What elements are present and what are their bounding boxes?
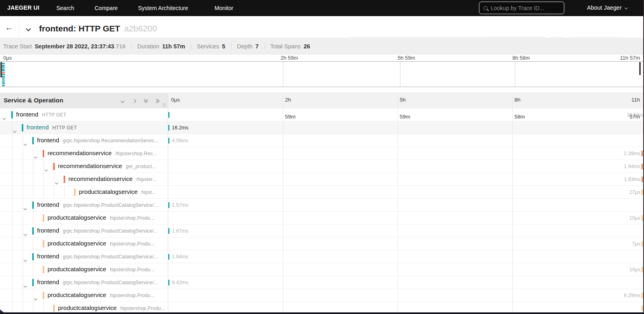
- span-name-column: recommendationservice/hipstershop.Rec...: [0, 147, 168, 160]
- span-bar[interactable]: [168, 228, 169, 234]
- span-row[interactable]: frontendgrpc.hipstershop.ProductCatalogS…: [0, 250, 644, 263]
- span-bar[interactable]: [642, 189, 643, 195]
- service-name: frontendgrpc.hipstershop.ProductCatalogS…: [37, 279, 158, 285]
- trace-id-lookup-input[interactable]: [491, 5, 555, 11]
- trace-title: frontend: HTTP GET: [39, 24, 120, 33]
- tree-guide: [23, 289, 23, 302]
- span-duration: 1.57ms: [172, 202, 188, 208]
- service-name: productcatalogservicehipstershop.Produ..…: [47, 214, 155, 221]
- minimap-span-mark: [2, 76, 5, 77]
- about-jaeger-menu[interactable]: About Jaeger: [587, 4, 627, 11]
- span-bar[interactable]: [642, 306, 643, 311]
- back-button[interactable]: ←: [0, 16, 19, 38]
- trace-id-lookup[interactable]: [479, 2, 564, 14]
- span-collapse-toggle[interactable]: [24, 204, 27, 211]
- span-row[interactable]: productcatalogservicehipst...27μs: [0, 186, 644, 199]
- span-row[interactable]: frontendgrpc.hipstershop.ProductCatalogS…: [0, 225, 644, 237]
- span-collapse-toggle[interactable]: [24, 139, 27, 146]
- span-collapse-toggle[interactable]: [14, 126, 16, 133]
- tree-guide: [33, 263, 33, 276]
- tree-guide: [43, 173, 44, 185]
- meta-value-suffix: .716: [114, 43, 126, 50]
- operation-name: get_product...: [126, 164, 156, 169]
- minimap-tick-label: 11h 57m: [620, 55, 640, 61]
- nav-item-monitor[interactable]: Monitor: [215, 5, 233, 11]
- span-row[interactable]: recommendationservice/hipstershop.Rec...…: [0, 147, 644, 160]
- span-collapse-toggle[interactable]: [24, 255, 27, 262]
- span-row[interactable]: recommendationserviceget_product...1.94m…: [0, 160, 644, 173]
- span-collapse-toggle[interactable]: [45, 165, 47, 172]
- span-bar[interactable]: [642, 267, 643, 272]
- chevron-down-icon: [24, 258, 27, 261]
- span-bar[interactable]: [168, 112, 169, 118]
- tree-guide: [33, 147, 33, 160]
- expand-one-button[interactable]: [132, 98, 136, 104]
- span-collapse-toggle[interactable]: [35, 152, 37, 159]
- span-bar[interactable]: [168, 125, 169, 131]
- span-collapse-toggle[interactable]: [56, 178, 58, 185]
- span-row[interactable]: frontendgrpc.hipstershop.ProductCatalogS…: [0, 199, 644, 212]
- span-color-bar: [43, 150, 44, 157]
- span-row[interactable]: productcatalogservicehipstershop.Produ..…: [0, 263, 644, 276]
- span-bar[interactable]: [168, 138, 169, 143]
- span-collapse-toggle[interactable]: [35, 294, 37, 301]
- minimap-right-handle[interactable]: [639, 62, 641, 75]
- span-row[interactable]: productcatalogservicehipstershop.Produ..…: [0, 289, 644, 302]
- tree-guide: [23, 263, 23, 276]
- minimap-span-mark: [2, 83, 5, 84]
- span-row[interactable]: recommendationservice/hipster...1.83ms: [0, 173, 644, 186]
- span-bar[interactable]: [168, 254, 169, 260]
- span-bar[interactable]: [642, 215, 643, 221]
- span-collapse-toggle[interactable]: [3, 113, 6, 121]
- span-collapse-toggle[interactable]: [24, 281, 27, 288]
- span-bar[interactable]: [642, 293, 643, 298]
- minimap-span-mark: [2, 67, 5, 68]
- span-timeline-cell: 7μs: [168, 237, 644, 250]
- span-name-column: frontendgrpc.hipstershop.ProductCatalogS…: [0, 225, 168, 237]
- nav-item-system-architecture[interactable]: System Architecture: [138, 5, 188, 11]
- span-bar[interactable]: [642, 151, 643, 156]
- meta-item: Trace StartSeptember 28 2022, 23:37:43.7…: [3, 43, 126, 50]
- collapse-all-button[interactable]: [143, 98, 148, 104]
- span-row[interactable]: productcatalogservicehipstershop.Produ..…: [0, 212, 644, 225]
- span-bar[interactable]: [168, 280, 169, 285]
- collapse-one-button[interactable]: [120, 98, 125, 104]
- span-name-column: frontendgrpc.hipstershop.ProductCatalogS…: [0, 199, 168, 211]
- span-row[interactable]: frontendHTTP GET16.2ms: [0, 121, 644, 134]
- tree-guide: [23, 186, 23, 198]
- tree-guide: [23, 225, 23, 237]
- trace-title-toggle[interactable]: [27, 25, 30, 32]
- span-bar[interactable]: [642, 177, 643, 182]
- operation-name: grpc.hipstershop.ProductCatalogService/.…: [63, 254, 158, 260]
- service-name: frontendgrpc.hipstershop.ProductCatalogS…: [37, 201, 158, 208]
- span-row[interactable]: frontendHTTP GET33.5ms: [0, 108, 644, 121]
- span-bar[interactable]: [168, 202, 169, 208]
- span-duration: 1.67ms: [172, 228, 188, 234]
- span-bar[interactable]: [642, 164, 643, 169]
- app-brand[interactable]: JAEGER UI: [7, 4, 39, 11]
- minimap-canvas[interactable]: [0, 61, 644, 87]
- chevron-right-icon: [132, 99, 136, 103]
- tree-guide: [12, 199, 12, 211]
- minimap-span-mark: [2, 77, 5, 79]
- meta-item: Duration11h 57m: [137, 43, 185, 50]
- span-row[interactable]: frontendgrpc.hipstershop.ProductCatalogS…: [0, 276, 644, 289]
- span-collapse-toggle[interactable]: [24, 229, 27, 237]
- span-bar[interactable]: [642, 241, 643, 247]
- minimap-tick-label: 8h 58m: [512, 55, 530, 61]
- operation-name: /hipster...: [136, 177, 157, 182]
- meta-value: September 28 2022, 23:37:43: [35, 43, 114, 50]
- minimap-span-mark: [2, 81, 5, 83]
- chevron-down-icon: [55, 181, 58, 184]
- expand-all-button[interactable]: [155, 98, 160, 104]
- span-row[interactable]: productcatalogservicehipstershop.Produ..…: [0, 237, 644, 250]
- span-row[interactable]: frontendgrpc.hipstershop.RecommendationS…: [0, 134, 644, 147]
- tree-guide: [12, 263, 12, 276]
- span-color-bar: [32, 279, 34, 286]
- span-color-bar: [43, 266, 44, 273]
- column-resizer-grip[interactable]: [163, 103, 166, 107]
- nav-item-search[interactable]: Search: [56, 5, 74, 11]
- nav-item-compare[interactable]: Compare: [95, 5, 118, 11]
- service-name: productcatalogservicehipstershop.Produ..…: [47, 240, 155, 247]
- operation-name: /hipstershop.Rec...: [115, 151, 157, 156]
